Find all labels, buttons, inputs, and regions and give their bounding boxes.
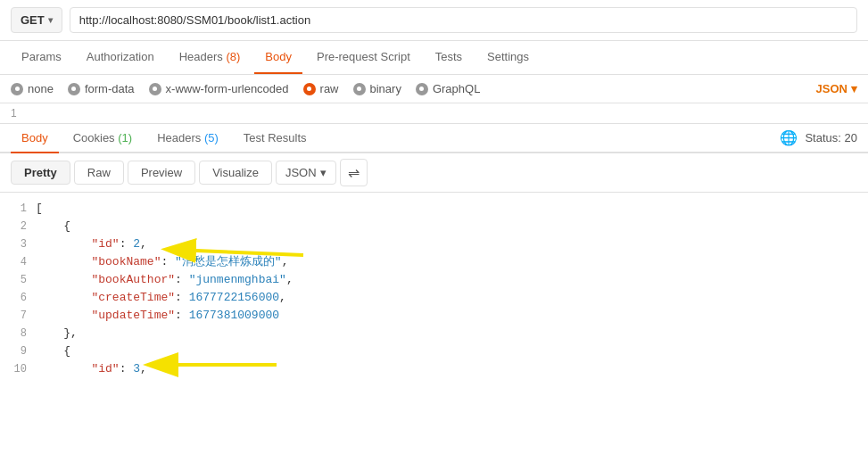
resp-tab-test-results[interactable]: Test Results xyxy=(233,124,318,153)
line-numbers: 1 2 3 4 5 6 7 8 9 10 xyxy=(0,200,36,435)
resp-tab-cookies[interactable]: Cookies (1) xyxy=(62,124,143,153)
radio-circle-binary xyxy=(353,83,366,95)
method-chevron: ▾ xyxy=(48,15,53,25)
resp-tab-body[interactable]: Body xyxy=(11,124,59,153)
radio-circle-form-data xyxy=(68,83,80,95)
tab-params[interactable]: Params xyxy=(11,41,72,74)
view-preview-button[interactable]: Preview xyxy=(128,161,195,185)
url-input[interactable] xyxy=(70,7,857,33)
radio-circle-raw xyxy=(303,83,316,95)
tab-body[interactable]: Body xyxy=(254,41,302,74)
tab-settings[interactable]: Settings xyxy=(476,41,540,74)
code-content: [ { "id": 2, "bookName": "消愁是怎样炼成的", "bo… xyxy=(36,200,868,435)
radio-graphql[interactable]: GraphQL xyxy=(416,82,480,95)
line-number-bar: 1 xyxy=(0,103,868,124)
tab-tests[interactable]: Tests xyxy=(425,41,473,74)
tab-pre-request-script[interactable]: Pre-request Script xyxy=(306,41,421,74)
response-body-bar: Pretty Raw Preview Visualize JSON ▾ ⇌ xyxy=(0,153,868,193)
tab-headers[interactable]: Headers (8) xyxy=(169,41,252,74)
response-tabs: Body Cookies (1) Headers (5) Test Result… xyxy=(0,124,868,153)
method-select[interactable]: GET ▾ xyxy=(11,7,62,33)
radio-circle-graphql xyxy=(416,83,428,95)
url-bar: GET ▾ xyxy=(0,0,868,41)
globe-icon: 🌐 xyxy=(780,129,798,146)
wrap-lines-button[interactable]: ⇌ xyxy=(340,159,368,186)
body-type-row: none form-data x-www-form-urlencoded raw… xyxy=(0,75,868,103)
response-json-format-button[interactable]: JSON ▾ xyxy=(276,161,336,185)
request-tabs: Params Authorization Headers (8) Body Pr… xyxy=(0,41,868,75)
radio-form-data[interactable]: form-data xyxy=(68,82,135,95)
json-format-selector[interactable]: JSON ▾ xyxy=(816,82,857,95)
view-raw-button[interactable]: Raw xyxy=(74,161,124,185)
tab-authorization[interactable]: Authorization xyxy=(76,41,165,74)
radio-circle-urlencoded xyxy=(149,83,161,95)
resp-tab-headers[interactable]: Headers (5) xyxy=(146,124,229,153)
radio-urlencoded[interactable]: x-www-form-urlencoded xyxy=(149,82,289,95)
view-pretty-button[interactable]: Pretty xyxy=(11,161,70,185)
code-area: 1 2 3 4 5 6 7 8 9 10 [ { "id": 2, "bookN… xyxy=(0,193,868,442)
radio-circle-none xyxy=(11,83,23,95)
code-wrapper: 1 2 3 4 5 6 7 8 9 10 [ { "id": 2, "bookN… xyxy=(0,193,868,442)
radio-raw[interactable]: raw xyxy=(303,82,339,95)
method-label: GET xyxy=(21,13,45,27)
view-visualize-button[interactable]: Visualize xyxy=(199,161,272,185)
radio-none[interactable]: none xyxy=(11,82,54,95)
status-area: 🌐 Status: 20 xyxy=(780,129,857,146)
status-label: Status: 20 xyxy=(805,131,857,144)
radio-binary[interactable]: binary xyxy=(353,82,401,95)
